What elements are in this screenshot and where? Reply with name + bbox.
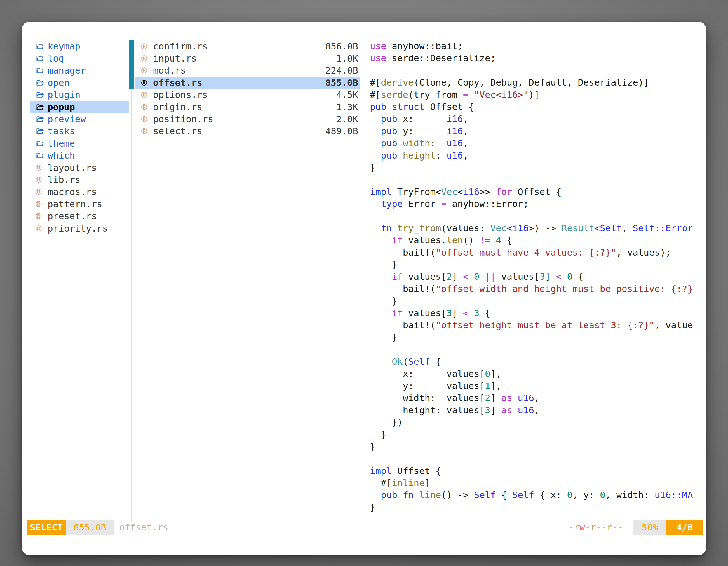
sidebar-item-label: preview (48, 114, 86, 125)
file-name: options.rs (153, 90, 336, 100)
code-line (370, 453, 704, 465)
file-row-options.rs[interactable]: ®options.rs4.5K (135, 89, 360, 101)
sidebar-item-label: layout.rs (48, 163, 97, 173)
code-line: #[derive(Clone, Copy, Debug, Default, De… (370, 77, 704, 89)
code-line: }) (370, 416, 704, 428)
file-name: mod.rs (153, 65, 325, 76)
file-row-select.rs[interactable]: ®select.rs489.0B (135, 125, 360, 137)
sidebar-item-which[interactable]: which (30, 150, 129, 162)
rust-icon: ® (141, 66, 151, 75)
file-row-input.rs[interactable]: ®input.rs1.0K (135, 52, 360, 64)
sidebar-item-label: plugin (48, 90, 80, 100)
file-size: 489.0B (325, 126, 358, 137)
sidebar-item-plugin[interactable]: plugin (30, 89, 129, 101)
rust-icon: ® (36, 212, 46, 221)
folder-icon (36, 66, 46, 75)
code-line: pub y: i16, (370, 125, 704, 137)
file-size-badge: 855.0B (66, 520, 113, 535)
scroll-percent-badge: 50% (633, 520, 667, 535)
sidebar-item-label: log (48, 53, 64, 64)
code-line (370, 174, 704, 186)
file-size: 856.0B (325, 41, 358, 52)
rust-icon: ® (141, 78, 151, 88)
sidebar-item-pattern.rs[interactable]: ®pattern.rs (30, 198, 129, 210)
rust-icon: ® (36, 187, 46, 197)
code-line: } (370, 295, 704, 307)
desktop-background: keymaplogmanageropenpluginpopuppreviewta… (0, 0, 728, 566)
file-row-position.rs[interactable]: ®position.rs2.0K (135, 113, 360, 125)
sidebar-item-preview[interactable]: preview (30, 113, 129, 125)
code-line: height: values[3] as u16, (370, 404, 704, 416)
status-bar: SELECT 855.0B offset.rs -rw-r--r-- 50% 4… (22, 520, 706, 535)
rust-icon: ® (141, 54, 151, 63)
sidebar-item-lib.rs[interactable]: ®lib.rs (30, 174, 129, 186)
pane-divider-left (131, 40, 132, 521)
folder-icon (36, 127, 46, 135)
folder-icon (36, 54, 46, 63)
rust-icon: ® (141, 42, 151, 51)
yazi-file-manager-window: keymaplogmanageropenpluginpopuppreviewta… (22, 22, 706, 555)
code-line: use anyhow::bail; (370, 40, 704, 52)
file-row-mod.rs[interactable]: ®mod.rs224.0B (135, 65, 360, 77)
mode-badge: SELECT (27, 520, 66, 535)
file-name: offset.rs (153, 78, 325, 88)
file-row-offset.rs[interactable]: ®offset.rs855.0B (135, 77, 360, 89)
code-line: } (370, 429, 704, 441)
folder-icon (36, 91, 46, 99)
code-line: } (370, 501, 704, 513)
file-name: confirm.rs (153, 41, 325, 52)
rust-icon: ® (141, 102, 151, 112)
folder-icon (36, 151, 46, 160)
file-preview-pane: use anyhow::bail;use serde::Deserialize;… (370, 40, 704, 514)
sidebar-item-preset.rs[interactable]: ®preset.rs (30, 210, 129, 222)
sidebar-item-label: theme (48, 138, 75, 149)
sidebar-item-theme[interactable]: theme (30, 137, 129, 149)
sidebar-item-label: keymap (48, 41, 80, 52)
file-size: 1.3K (336, 102, 358, 112)
file-name: position.rs (153, 114, 336, 125)
code-line (370, 65, 704, 77)
rust-icon: ® (141, 90, 151, 100)
rust-icon: ® (141, 114, 151, 124)
code-line: if values[2] < 0 || values[3] < 0 { (370, 271, 704, 283)
current-directory-pane: ®confirm.rs856.0B®input.rs1.0K®mod.rs224… (135, 40, 360, 137)
sidebar-item-label: tasks (48, 126, 75, 137)
code-line: use serde::Deserialize; (370, 52, 704, 64)
code-line: x: values[0], (370, 368, 704, 380)
sidebar-item-label: lib.rs (48, 175, 80, 185)
sidebar-item-open[interactable]: open (30, 77, 129, 89)
sidebar-item-manager[interactable]: manager (30, 65, 129, 77)
sidebar-item-keymap[interactable]: keymap (30, 40, 129, 52)
code-line (370, 344, 704, 356)
code-line: } (370, 441, 704, 453)
visual-select-marker (129, 40, 134, 89)
sidebar-item-popup[interactable]: popup (30, 101, 129, 113)
file-size: 224.0B (325, 65, 358, 76)
rust-icon: ® (36, 224, 46, 233)
rust-icon: ® (36, 163, 46, 173)
code-line: if values.len() != 4 { (370, 234, 704, 247)
code-line: fn try_from(values: Vec<i16>) -> Result<… (370, 222, 704, 234)
permissions-text: -rw-r--r-- (569, 522, 623, 533)
file-row-origin.rs[interactable]: ®origin.rs1.3K (135, 101, 360, 113)
code-line: y: values[1], (370, 380, 704, 392)
status-bar-right: -rw-r--r-- 50% 4/8 (569, 520, 703, 535)
cursor-position-badge: 4/8 (666, 520, 703, 535)
code-line (370, 210, 704, 222)
sidebar-item-label: open (48, 78, 69, 88)
code-line: bail!("offset width and height must be p… (370, 283, 704, 295)
code-line: Ok(Self { (370, 356, 704, 368)
sidebar-item-log[interactable]: log (30, 52, 129, 64)
sidebar-item-tasks[interactable]: tasks (30, 125, 129, 137)
file-size: 4.5K (336, 90, 358, 100)
sidebar-item-priority.rs[interactable]: ®priority.rs (30, 222, 129, 234)
code-line: #[serde(try_from = "Vec<i16>")] (370, 89, 704, 101)
file-name: input.rs (153, 53, 336, 64)
file-size: 1.0K (336, 53, 358, 64)
file-name: origin.rs (153, 102, 336, 112)
code-line: pub width: u16, (370, 137, 704, 149)
sidebar-item-macros.rs[interactable]: ®macros.rs (30, 186, 129, 198)
sidebar-item-layout.rs[interactable]: ®layout.rs (30, 162, 129, 174)
sidebar-item-label: pattern.rs (48, 199, 102, 210)
file-row-confirm.rs[interactable]: ®confirm.rs856.0B (135, 40, 360, 52)
